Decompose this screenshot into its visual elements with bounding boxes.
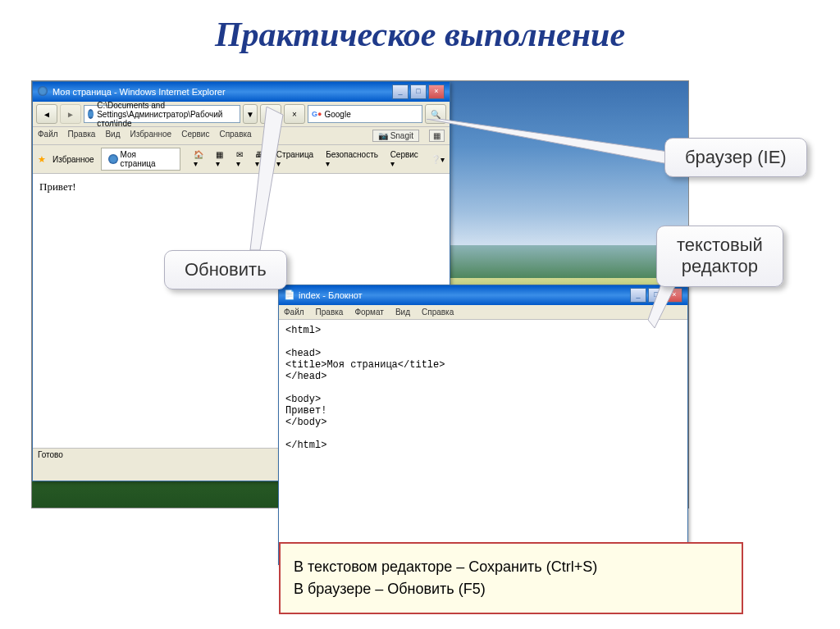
callout-browser: браузер (IE)	[664, 138, 807, 177]
close-button[interactable]: ×	[428, 84, 445, 99]
toolbar-help-icon[interactable]: ❔▾	[431, 155, 445, 164]
menu-file[interactable]: Файл	[284, 308, 304, 317]
search-button[interactable]: 🔍	[425, 104, 446, 124]
minimize-button[interactable]: _	[392, 84, 409, 99]
menu-edit[interactable]: Правка	[68, 130, 96, 142]
mail-icon[interactable]: ✉ ▾	[236, 150, 249, 168]
menu-view[interactable]: Вид	[395, 308, 410, 317]
maximize-button[interactable]: □	[410, 84, 427, 99]
slide-title: Практическое выполнение	[0, 0, 840, 62]
back-button[interactable]: ◄	[36, 104, 57, 124]
ie-tab[interactable]: Моя страница	[101, 148, 180, 171]
snagit-aux-button[interactable]: ▦	[429, 130, 445, 142]
ie-fav-bar: ★ Избранное Моя страница 🏠 ▾ ▦ ▾ ✉ ▾ 🖶 ▾…	[33, 145, 450, 174]
search-box[interactable]: G● Google	[308, 105, 422, 123]
callout-refresh: Обновить	[164, 250, 287, 289]
favorites-label[interactable]: Избранное	[52, 155, 94, 164]
forward-button[interactable]: ►	[60, 104, 81, 124]
page-text: Привет!	[39, 180, 76, 193]
search-engine-label: Google	[324, 110, 350, 119]
tip-line-2: В браузере – Обновить (F5)	[294, 581, 728, 598]
refresh-button[interactable]: ↻	[260, 104, 281, 124]
menu-file[interactable]: Файл	[38, 130, 58, 142]
minimize-button[interactable]: _	[630, 288, 646, 303]
status-text: Готово	[38, 450, 63, 459]
notepad-menubar: Файл Правка Формат Вид Справка	[279, 305, 687, 320]
tab-title: Моя страница	[121, 150, 173, 168]
ie-title-text: Моя страница - Windows Internet Explorer	[52, 87, 392, 97]
toolbar-page[interactable]: Страница ▾	[276, 150, 319, 168]
menu-favorites[interactable]: Избранное	[130, 130, 171, 142]
go-button[interactable]: ▼	[243, 104, 258, 124]
ie-icon	[38, 86, 49, 98]
callout-editor: текстовый редактор	[656, 226, 783, 287]
notepad-icon: 📄	[284, 289, 295, 301]
menu-view[interactable]: Вид	[105, 130, 120, 142]
menu-help[interactable]: Справка	[219, 130, 251, 142]
menu-tools[interactable]: Сервис	[181, 130, 209, 142]
toolbar-service[interactable]: Сервис ▾	[390, 150, 424, 168]
ie-nav-row: ◄ ► C:\Documents and Settings\Администра…	[33, 102, 450, 127]
favorites-star-icon[interactable]: ★	[38, 154, 46, 165]
ie-titlebar[interactable]: Моя страница - Windows Internet Explorer…	[33, 82, 450, 102]
notepad-content[interactable]: <html> <head> <title>Моя страница</title…	[279, 320, 687, 563]
desktop-background: Моя страница - Windows Internet Explorer…	[31, 80, 689, 508]
feed-icon[interactable]: ▦ ▾	[216, 150, 230, 168]
close-button[interactable]: ×	[666, 288, 682, 303]
page-icon	[88, 109, 94, 119]
notepad-title-text: index - Блокнот	[299, 290, 630, 300]
menu-format[interactable]: Формат	[354, 308, 384, 317]
address-bar[interactable]: C:\Documents and Settings\Администратор\…	[84, 105, 240, 123]
tips-box: В текстовом редакторе – Сохранить (Ctrl+…	[279, 542, 743, 614]
tip-line-1: В текстовом редакторе – Сохранить (Ctrl+…	[294, 558, 728, 576]
home-icon[interactable]: 🏠 ▾	[194, 150, 209, 168]
tab-icon	[108, 154, 118, 164]
stop-button[interactable]: ×	[284, 104, 305, 124]
google-icon: G●	[312, 110, 322, 118]
ie-menubar: Файл Правка Вид Избранное Сервис Справка…	[33, 127, 450, 145]
menu-edit[interactable]: Правка	[316, 308, 344, 317]
menu-help[interactable]: Справка	[422, 308, 454, 317]
snagit-button[interactable]: 📷 Snagit	[372, 130, 419, 142]
maximize-button[interactable]: □	[648, 288, 664, 303]
notepad-titlebar[interactable]: 📄 index - Блокнот _ □ ×	[279, 285, 687, 305]
toolbar-security[interactable]: Безопасность ▾	[326, 150, 383, 168]
notepad-window: 📄 index - Блокнот _ □ × Файл Правка Форм…	[278, 285, 688, 565]
address-text: C:\Documents and Settings\Администратор\…	[97, 101, 236, 128]
print-icon[interactable]: 🖶 ▾	[255, 150, 270, 168]
